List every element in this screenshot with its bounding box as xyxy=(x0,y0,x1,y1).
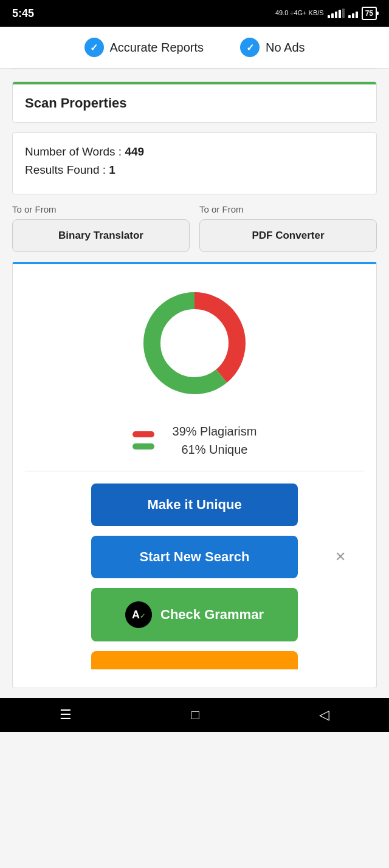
check-icon-accurate: ✓ xyxy=(84,38,104,57)
legend-text: 39% Plagiarism 61% Unique xyxy=(173,422,257,459)
battery-indicator: 75 xyxy=(362,7,377,20)
feature-label-no-ads: No Ads xyxy=(266,41,305,55)
legend-color-green xyxy=(133,443,154,449)
check-grammar-button[interactable]: A✓ Check Grammar xyxy=(91,588,298,641)
binary-translator-button[interactable]: Binary Translator xyxy=(12,219,190,252)
legend-item-unique xyxy=(133,443,154,449)
donut-chart xyxy=(134,282,255,404)
pdf-converter-direction: To or From xyxy=(199,204,377,214)
words-label: Number of Words : xyxy=(25,145,125,158)
legend-separator xyxy=(25,471,364,471)
pdf-converter-button[interactable]: PDF Converter xyxy=(199,219,377,252)
main-content: Scan Properties Number of Words : 449 Re… xyxy=(0,69,389,688)
binary-translator-direction: To or From xyxy=(12,204,190,214)
stats-card: Number of Words : 449 Results Found : 1 xyxy=(12,132,377,194)
results-label: Results Found : xyxy=(25,163,109,176)
legend-color-items xyxy=(133,431,154,449)
signal-bars-2 xyxy=(348,9,358,18)
pdf-converter-column: To or From PDF Converter xyxy=(199,204,377,252)
check-grammar-inner: A✓ Check Grammar xyxy=(97,601,292,628)
status-bar: 5:45 49.0 ÷4G+ KB/S 75 xyxy=(0,0,389,27)
words-count-line: Number of Words : 449 xyxy=(25,145,364,159)
scan-properties-header: Scan Properties xyxy=(13,82,376,122)
plagiarism-percent-label: 39% Plagiarism xyxy=(173,422,257,440)
status-right: 49.0 ÷4G+ KB/S 75 xyxy=(275,7,377,20)
home-square-icon[interactable]: □ xyxy=(191,707,199,723)
back-arrow-icon[interactable]: ◁ xyxy=(319,707,329,723)
grammar-logo-icon: A✓ xyxy=(125,601,152,628)
feature-accurate-reports: ✓ Accurate Reports xyxy=(84,38,204,57)
network-info: 49.0 ÷4G+ KB/S xyxy=(275,9,324,17)
legend-color-red xyxy=(133,431,154,437)
bottom-nav-bar: ☰ □ ◁ xyxy=(0,698,389,732)
tools-row: To or From Binary Translator To or From … xyxy=(12,204,377,252)
scan-properties-card: Scan Properties xyxy=(12,81,377,123)
results-found-line: Results Found : 1 xyxy=(25,163,364,177)
check-grammar-label: Check Grammar xyxy=(160,607,264,623)
start-new-search-wrapper: Start New Search ✕ xyxy=(25,536,364,578)
status-time: 5:45 xyxy=(12,7,34,20)
partial-orange-button[interactable] xyxy=(91,651,298,669)
legend-item-plagiarism xyxy=(133,431,154,437)
words-value: 449 xyxy=(125,145,144,158)
scan-properties-title: Scan Properties xyxy=(25,95,364,111)
feature-no-ads: ✓ No Ads xyxy=(240,38,305,57)
results-value: 1 xyxy=(109,163,115,176)
make-unique-button[interactable]: Make it Unique xyxy=(91,484,298,526)
unique-percent-label: 61% Unique xyxy=(173,440,257,459)
hamburger-menu-icon[interactable]: ☰ xyxy=(60,707,72,723)
binary-translator-column: To or From Binary Translator xyxy=(12,204,190,252)
features-row: ✓ Accurate Reports ✓ No Ads xyxy=(0,27,389,69)
signal-bars xyxy=(328,9,345,18)
results-panel: 39% Plagiarism 61% Unique Make it Unique… xyxy=(12,262,377,688)
feature-label-accurate: Accurate Reports xyxy=(110,41,204,55)
chart-legend: 39% Plagiarism 61% Unique xyxy=(25,422,364,459)
start-new-search-button[interactable]: Start New Search xyxy=(91,536,298,578)
close-icon[interactable]: ✕ xyxy=(335,549,346,565)
check-icon-no-ads: ✓ xyxy=(240,38,260,57)
donut-chart-container xyxy=(25,282,364,404)
